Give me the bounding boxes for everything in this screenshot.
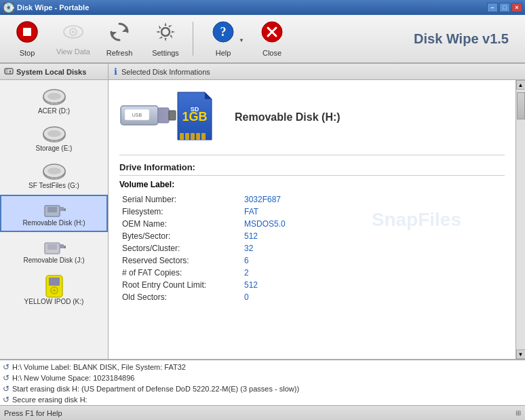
- help-icon: ?: [212, 21, 234, 46]
- svg-rect-46: [185, 133, 189, 140]
- table-row: Reserved Sectors: 6: [119, 254, 505, 267]
- removable-j-icon: [42, 237, 66, 256]
- disk-item-sf-testfiles-g[interactable]: SF TestFiles (G:): [0, 157, 108, 195]
- info-icon: ℹ: [114, 66, 117, 77]
- settings-label: Settings: [152, 49, 179, 57]
- field-value: 512: [241, 230, 505, 242]
- svg-marker-6: [111, 32, 117, 37]
- scroll-thumb[interactable]: [517, 92, 525, 119]
- svg-rect-47: [191, 133, 195, 140]
- stop-label: Stop: [20, 49, 35, 57]
- app-icon: 💽: [3, 2, 14, 13]
- sd-card-image: SD 1GB: [174, 91, 218, 142]
- svg-point-25: [47, 168, 61, 174]
- scroll-down-button[interactable]: ▼: [516, 349, 526, 359]
- toolbar: Stop View Data Refresh: [0, 15, 525, 64]
- app-title: Disk Wipe v1.5: [414, 31, 520, 47]
- usb-image: USB: [119, 96, 177, 136]
- field-value: 0: [241, 291, 505, 303]
- sd-card-visual: SD 1GB: [174, 91, 218, 144]
- yellow-ipod-k-icon: [44, 275, 64, 298]
- scrollbar[interactable]: ▲ ▼: [516, 80, 525, 359]
- help-button[interactable]: ? Help ▼: [199, 18, 248, 60]
- svg-point-37: [53, 289, 56, 292]
- status-bar: Press F1 for Help ⊞: [0, 405, 525, 420]
- field-label: # of FAT Copies:: [119, 267, 241, 279]
- storage-e-icon: [42, 126, 66, 145]
- field-value: 6: [241, 254, 505, 267]
- log-area: ↺ H:\ Volume Label: BLANK DISK, File Sys…: [0, 359, 525, 405]
- svg-rect-49: [201, 133, 206, 140]
- refresh-button[interactable]: Refresh: [98, 18, 141, 60]
- field-label: Filesystem:: [119, 206, 241, 218]
- yellow-ipod-k-label: YELLOW IPOD (K:): [24, 298, 84, 305]
- disk-visual: USB: [119, 91, 505, 144]
- log-line-3: ↺ Start erasing disk H: (US Department o…: [3, 383, 522, 394]
- drive-info-section-title: Drive Information:: [119, 162, 505, 176]
- acer-d-label: ACER (D:): [38, 107, 70, 115]
- svg-point-19: [47, 93, 61, 100]
- disk-item-yellow-ipod-k[interactable]: YELLOW IPOD (K:): [0, 269, 108, 311]
- status-icon: ⊞: [516, 409, 521, 417]
- title-bar: 💽 Disk Wipe - Portable – □ ×: [0, 0, 525, 15]
- sf-testfiles-g-icon: [42, 163, 66, 182]
- table-row: Bytes/Sector: 512: [119, 230, 505, 242]
- volume-label-header: Volume Label:: [119, 180, 505, 189]
- disk-item-storage-e[interactable]: Storage (E:): [0, 120, 108, 157]
- divider: [119, 155, 505, 155]
- log-line-4: ↺ Secure erasing disk H:: [3, 394, 522, 405]
- disk-item-acer-d[interactable]: ACER (D:): [0, 83, 108, 120]
- table-row: OEM Name: MSDOS5.0: [119, 218, 505, 230]
- view-data-button[interactable]: View Data: [52, 18, 95, 60]
- log-icon-4: ↺: [3, 395, 9, 404]
- close-app-icon: [261, 21, 283, 46]
- minimize-button[interactable]: –: [487, 3, 498, 12]
- close-window-button[interactable]: ×: [511, 3, 522, 12]
- refresh-icon: [109, 21, 130, 46]
- close-app-button[interactable]: Close: [250, 18, 294, 60]
- svg-point-7: [161, 28, 170, 36]
- refresh-label: Refresh: [106, 49, 133, 57]
- log-text-2: H:\ New Volume Space: 1023184896: [12, 374, 134, 382]
- sidebar: System Local Disks ACER (D:) Storage: [0, 64, 109, 359]
- svg-text:1GB: 1GB: [182, 110, 207, 123]
- disk-list: ACER (D:) Storage (E:) SF TestFiles (G:): [0, 80, 108, 359]
- stop-icon: [16, 21, 38, 46]
- field-label: Sectors/Cluster:: [119, 242, 241, 254]
- svg-rect-45: [180, 133, 184, 140]
- field-label: Root Entry Count Limit:: [119, 279, 241, 291]
- field-value: MSDOS5.0: [241, 218, 505, 230]
- log-icon-3: ↺: [3, 384, 9, 394]
- toolbar-separator: [193, 22, 193, 56]
- status-text: Press F1 for Help: [4, 409, 516, 417]
- log-icon-2: ↺: [3, 373, 9, 383]
- log-text-4: Secure erasing disk H:: [12, 396, 88, 404]
- svg-rect-41: [158, 108, 169, 123]
- maximize-button[interactable]: □: [499, 3, 510, 12]
- sidebar-header: System Local Disks: [0, 64, 108, 80]
- svg-rect-35: [49, 278, 60, 286]
- field-label: Old Sectors:: [119, 291, 241, 303]
- svg-rect-1: [23, 28, 31, 36]
- disk-name-area: Removable Disk (H:): [235, 111, 341, 123]
- disk-item-removable-h[interactable]: Removable Disk (H:): [0, 195, 108, 232]
- field-label: Reserved Sectors:: [119, 254, 241, 267]
- log-text-1: H:\ Volume Label: BLANK DISK, File Syste…: [12, 363, 186, 371]
- disk-item-removable-j[interactable]: Removable Disk (J:): [0, 232, 108, 269]
- svg-rect-29: [64, 208, 66, 211]
- removable-h-icon: [42, 200, 66, 219]
- disk-info-panel: USB: [109, 80, 516, 359]
- settings-button[interactable]: Settings: [144, 18, 187, 60]
- svg-rect-31: [47, 244, 57, 250]
- field-value: FAT: [241, 206, 505, 218]
- info-table: Serial Number: 3032F687 Filesystem: FAT …: [119, 193, 505, 303]
- hard-drive-icon: [4, 66, 14, 77]
- usb-drive-visual: USB: [119, 96, 170, 140]
- field-label: Serial Number:: [119, 193, 241, 206]
- svg-text:USB: USB: [132, 113, 142, 117]
- svg-rect-28: [60, 207, 64, 211]
- stop-button[interactable]: Stop: [5, 18, 49, 60]
- scroll-up-button[interactable]: ▲: [516, 80, 526, 90]
- log-icon-1: ↺: [3, 362, 9, 372]
- window-controls[interactable]: – □ ×: [487, 3, 522, 12]
